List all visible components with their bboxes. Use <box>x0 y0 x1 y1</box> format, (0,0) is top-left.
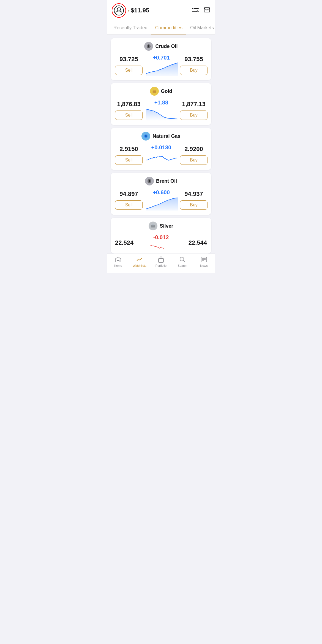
brent-oil-icon <box>145 177 154 185</box>
crude-oil-sell-col: 93.725 Sell <box>115 56 143 75</box>
nav-portfolio[interactable]: Portfolio <box>150 256 172 267</box>
svg-rect-17 <box>151 225 155 227</box>
brent-oil-middle: +0.600 <box>145 189 178 211</box>
commodities-list: Crude Oil 93.725 Sell +0.701 <box>107 35 215 254</box>
watchlists-icon <box>136 256 143 263</box>
search-icon <box>179 256 186 263</box>
nav-watchlists-label: Watchlists <box>133 264 146 267</box>
nav-home-label: Home <box>114 264 122 267</box>
header-actions <box>192 7 210 14</box>
avatar-wrapper[interactable] <box>112 3 126 18</box>
mail-icon[interactable] <box>204 7 210 14</box>
gold-buy-price: 1,877.13 <box>182 101 206 108</box>
commodity-card-silver: Silver 22.524 -0.012 22.544 <box>111 218 211 254</box>
natural-gas-body: 2.9150 Sell +0.0130 2.9200 Buy <box>115 144 207 166</box>
brent-oil-card-title: Brent Oil <box>115 177 207 185</box>
commodity-card-brent-oil: Brent Oil 94.897 Sell +0.600 <box>111 173 211 215</box>
crude-oil-sell-price: 93.725 <box>119 56 138 63</box>
natural-gas-chart <box>145 152 178 166</box>
natural-gas-buy-price: 2.9200 <box>184 145 203 153</box>
svg-line-22 <box>184 261 185 262</box>
brent-oil-sell-button[interactable]: Sell <box>115 200 143 210</box>
news-icon <box>200 256 208 263</box>
gold-sell-button[interactable]: Sell <box>115 111 143 120</box>
commodity-card-crude-oil: Crude Oil 93.725 Sell +0.701 <box>111 38 211 80</box>
nav-watchlists[interactable]: Watchlists <box>129 256 150 267</box>
natural-gas-buy-button[interactable]: Buy <box>180 155 208 165</box>
gold-buy-button[interactable]: Buy <box>180 111 208 120</box>
svg-point-1 <box>117 8 121 11</box>
silver-middle: -0.012 <box>136 234 186 251</box>
filter-icon[interactable] <box>192 7 199 14</box>
gold-middle: +1.88 <box>145 99 178 121</box>
natural-gas-middle: +0.0130 <box>145 144 178 166</box>
commodity-card-gold: Gold 1,876.83 Sell +1.88 <box>111 83 211 125</box>
svg-rect-19 <box>152 224 154 225</box>
brent-oil-body: 94.897 Sell +0.600 94.937 <box>115 189 207 211</box>
home-icon <box>114 256 122 263</box>
silver-card-title: Silver <box>115 222 207 230</box>
nav-news-label: News <box>200 264 208 267</box>
silver-chart <box>144 242 178 251</box>
brent-oil-change: +0.600 <box>153 189 170 196</box>
gold-sell-col: 1,876.83 Sell <box>115 101 143 120</box>
brent-oil-buy-col: 94.937 Buy <box>180 190 208 210</box>
silver-change: -0.012 <box>153 234 169 241</box>
portfolio-icon <box>157 256 165 263</box>
gold-sell-price: 1,876.83 <box>117 101 141 108</box>
gold-buy-col: 1,877.13 Buy <box>180 101 208 120</box>
natural-gas-sell-col: 2.9150 Sell <box>115 145 143 165</box>
tab-commodities[interactable]: Commodities <box>151 21 186 34</box>
crude-oil-body: 93.725 Sell +0.701 93.755 <box>115 55 207 76</box>
brent-oil-sell-col: 94.897 Sell <box>115 190 143 210</box>
nav-home[interactable]: Home <box>107 256 129 267</box>
crude-oil-buy-button[interactable]: Buy <box>180 66 208 75</box>
crude-oil-change: +0.701 <box>153 55 170 61</box>
svg-rect-20 <box>159 258 163 262</box>
silver-buy-price: 22.544 <box>189 239 207 246</box>
avatar[interactable] <box>113 4 125 17</box>
brent-oil-sell-price: 94.897 <box>119 190 138 198</box>
natural-gas-sell-button[interactable]: Sell <box>115 155 143 165</box>
svg-rect-11 <box>152 90 156 93</box>
user-icon <box>114 6 124 15</box>
natural-gas-change: +0.0130 <box>151 144 171 151</box>
silver-buy-col: 22.544 <box>189 239 207 246</box>
silver-icon <box>149 222 157 230</box>
gold-card-title: Gold <box>115 87 207 96</box>
crude-oil-sell-button[interactable]: Sell <box>115 66 143 75</box>
brent-oil-name: Brent Oil <box>156 178 177 184</box>
chevron-down-icon[interactable]: ▾ <box>128 8 130 13</box>
gold-body: 1,876.83 Sell +1.88 1,877.13 <box>115 99 207 121</box>
svg-point-15 <box>145 135 147 137</box>
brent-oil-chart <box>145 197 178 211</box>
gold-icon <box>150 87 159 96</box>
silver-name: Silver <box>160 223 173 229</box>
nav-news[interactable]: News <box>193 256 215 267</box>
app-header: ▾ $11.95 <box>107 0 215 21</box>
crude-oil-name: Crude Oil <box>155 44 178 49</box>
commodity-card-natural-gas: Natural Gas 2.9150 Sell +0.0130 2.9200 B… <box>111 128 211 170</box>
crude-oil-icon <box>144 42 153 51</box>
brent-oil-buy-price: 94.937 <box>184 190 203 198</box>
svg-rect-13 <box>154 89 155 90</box>
nav-search[interactable]: Search <box>172 256 193 267</box>
natural-gas-name: Natural Gas <box>152 133 180 139</box>
gold-change: +1.88 <box>154 99 168 106</box>
natural-gas-icon <box>141 132 150 141</box>
crude-oil-chart <box>145 62 178 76</box>
account-balance: $11.95 <box>131 7 192 14</box>
crude-oil-buy-col: 93.755 Buy <box>180 56 208 75</box>
natural-gas-sell-price: 2.9150 <box>119 145 138 153</box>
card-title: Crude Oil <box>115 42 207 51</box>
natural-gas-card-title: Natural Gas <box>115 132 207 141</box>
tab-recently-traded[interactable]: Recently Traded <box>110 21 151 34</box>
nav-search-label: Search <box>178 264 187 267</box>
crude-oil-middle: +0.701 <box>145 55 178 76</box>
gold-chart <box>145 107 178 121</box>
gold-name: Gold <box>161 88 172 94</box>
nav-portfolio-label: Portfolio <box>155 264 167 267</box>
silver-sell-price: 22.524 <box>115 239 133 246</box>
tab-oil-markets[interactable]: Oil Markets <box>186 21 215 34</box>
brent-oil-buy-button[interactable]: Buy <box>180 200 208 210</box>
